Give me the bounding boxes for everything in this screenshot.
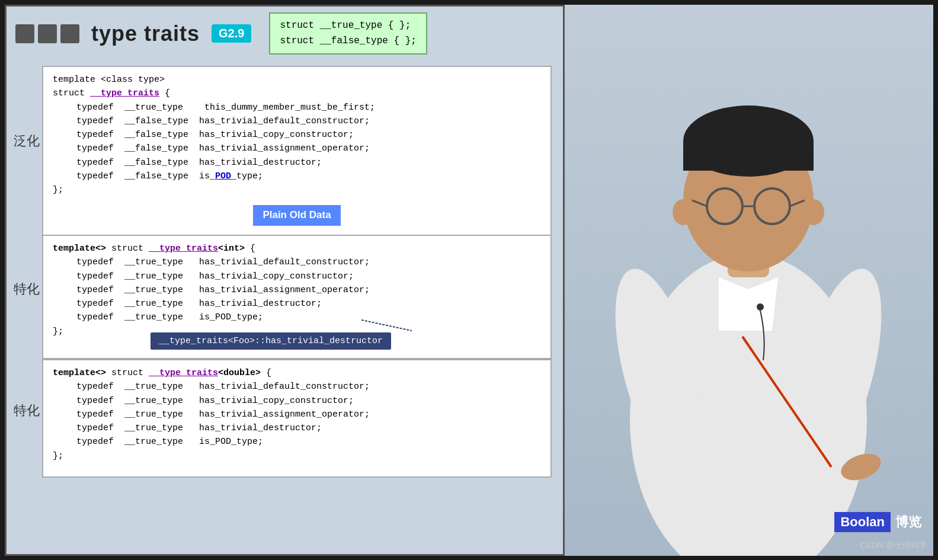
box2-typedef-3: typedef __true_type has_trivial_assignme… [53,283,541,297]
box1-line1: template <class type> [53,73,541,87]
box1-typedef-5: typedef __false_type has_trivial_destruc… [53,156,541,169]
side-label-specialize2: 特化 [11,401,42,421]
callout-text: __type_traits<Foo>::has_trivial_destruct… [159,336,383,346]
box2-line1: template<> struct __type_traits<int> { [53,242,541,255]
icon-sq-3 [60,24,79,43]
box2-typedef-1: typedef __true_type has_trivial_default_… [53,255,541,269]
box1-typedef-2: typedef __false_type has_trivial_default… [53,114,541,128]
box2-typedef-5: typedef __true_type is_POD_type; [53,311,541,324]
svg-point-11 [673,199,694,225]
header-icons [15,24,79,43]
g29-badge: G2.9 [212,24,251,43]
svg-point-12 [803,199,824,225]
callout-box: __type_traits<Foo>::has_trivial_destruct… [151,332,391,350]
side-label-specialize1: 特化 [11,279,42,299]
box1-typedef-1: typedef __true_type this_dummy_member_mu… [53,101,541,114]
csdn-watermark: CSDN @无情码手 [860,540,927,551]
svg-rect-5 [683,141,814,171]
box2-typedef-4: typedef __true_type has_trivial_destruct… [53,297,541,311]
box1-typedef-4: typedef __false_type has_trivial_assignm… [53,142,541,155]
boolan-brand: Boolan [834,512,891,532]
instructor-silhouette [565,5,933,556]
svg-point-18 [757,303,764,311]
icon-sq-1 [15,24,34,43]
box3-typedef-3: typedef __true_type has_trivial_assignme… [53,408,541,421]
code-box-generalize: template <class type> struct __type_trai… [42,66,552,238]
slide-area: type traits G2.9 struct __true_type { };… [5,5,565,556]
box1-typedef-6: typedef __false_type is_POD_type; [53,169,541,183]
pod-label: Plain Old Data [53,200,541,225]
boolan-logo: Boolan 博览 [834,512,921,532]
box3-typedef-2: typedef __true_type has_trivial_copy_con… [53,394,541,408]
false-type-line: struct __false_type { }; [280,34,416,49]
true-type-line: struct __true_type { }; [280,18,416,34]
person-area: Boolan 博览 CSDN @无情码手 [565,5,933,556]
icon-sq-2 [38,24,57,43]
side-label-generalize: 泛化 [11,131,42,151]
box1-line2: struct __type_traits { [53,87,541,100]
code-box-double: template<> struct __type_traits<double> … [42,359,552,478]
header: type traits G2.9 struct __true_type { };… [7,7,563,60]
true-false-box: struct __true_type { }; struct __false_t… [269,12,427,55]
box1-close: }; [53,183,541,197]
box1-typedef-3: typedef __false_type has_trivial_copy_co… [53,128,541,142]
boolan-cn: 博览 [895,513,921,531]
box3-typedef-1: typedef __true_type has_trivial_default_… [53,380,541,393]
box3-close: }; [53,449,541,463]
page-title: type traits [91,21,200,46]
box3-line1: template<> struct __type_traits<double> … [53,366,541,380]
box3-typedef-4: typedef __true_type has_trivial_destruct… [53,421,541,435]
box2-typedef-2: typedef __true_type has_trivial_copy_con… [53,270,541,283]
box3-typedef-5: typedef __true_type is_POD_type; [53,435,541,449]
